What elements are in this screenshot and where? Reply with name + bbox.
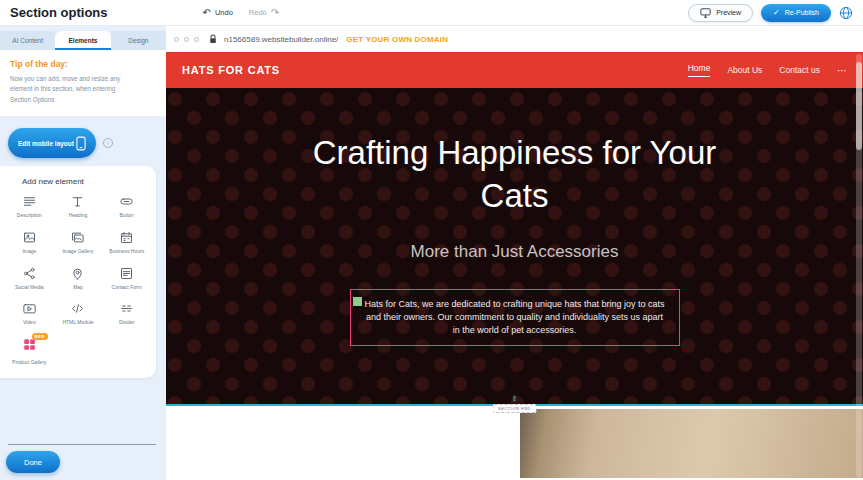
section-resize-handle[interactable]: ↕ SECTION END — [492, 394, 537, 413]
tab-elements[interactable]: Elements — [55, 31, 110, 50]
website-preview: HATS FOR CATS Home About Us Contact us ⋯… — [166, 52, 863, 480]
element-image-gallery[interactable]: Image Gallery — [54, 230, 103, 255]
element-product-gallery[interactable]: NEW Product Gallery — [5, 337, 54, 366]
tab-ai-content[interactable]: AI Content — [0, 31, 55, 50]
image-icon — [22, 230, 37, 245]
toolbar-right: Preview ✓ Re-Publish — [688, 4, 853, 22]
edit-mobile-layout-button[interactable]: Edit mobile layout — [8, 128, 96, 158]
site-logo[interactable]: HATS FOR CATS — [182, 64, 280, 76]
undo-button[interactable]: ↶ Undo — [203, 8, 233, 18]
next-section — [166, 406, 863, 478]
divider-icon — [119, 301, 134, 316]
preview-pane: n1566589.websitebuilder.online/ GET YOUR… — [166, 26, 863, 480]
lock-icon — [209, 34, 217, 44]
nav-about-us[interactable]: About Us — [727, 65, 762, 75]
element-map[interactable]: Map — [54, 266, 103, 291]
element-grid: Description Heading Button Image Image G… — [0, 194, 156, 366]
sidebar-tabs: AI Content Elements Design — [0, 31, 166, 50]
element-divider[interactable]: Divider — [102, 301, 151, 326]
redo-icon: ↷ — [271, 8, 279, 18]
image-gallery-icon — [70, 230, 85, 245]
nav-more-icon[interactable]: ⋯ — [837, 65, 847, 76]
share-nodes-icon — [22, 266, 37, 281]
element-social-media[interactable]: Social Media — [5, 266, 54, 291]
nav-contact-us[interactable]: Contact us — [779, 65, 820, 75]
info-icon[interactable]: i — [103, 138, 113, 148]
phone-icon — [76, 136, 86, 151]
element-drag-handle[interactable] — [353, 297, 362, 306]
code-icon — [70, 301, 85, 316]
redo-button[interactable]: Redo ↷ — [249, 8, 279, 18]
window-dot-icon — [194, 37, 199, 42]
text-lines-icon — [22, 194, 37, 209]
nav-home[interactable]: Home — [688, 63, 711, 77]
preview-button[interactable]: Preview — [688, 4, 753, 22]
hero-section: Crafting Happiness for Your Cats More th… — [166, 88, 863, 404]
globe-icon[interactable] — [839, 6, 853, 20]
contact-form-icon — [119, 266, 134, 281]
window-dot-icon — [174, 37, 179, 42]
done-button[interactable]: Done — [6, 451, 60, 473]
page-title: Section options — [10, 5, 108, 20]
element-heading[interactable]: Heading — [54, 194, 103, 219]
undo-icon: ↶ — [203, 8, 211, 18]
scrollbar-thumb[interactable] — [856, 62, 862, 150]
new-badge: NEW — [32, 333, 48, 340]
element-html-module[interactable]: HTML Module — [54, 301, 103, 326]
hero-paragraph[interactable]: Hats for Cats, we are dedicated to craft… — [350, 289, 680, 346]
business-hours-icon — [119, 230, 134, 245]
get-domain-link[interactable]: GET YOUR OWN DOMAIN — [346, 35, 448, 44]
element-video[interactable]: Video — [5, 301, 54, 326]
element-description[interactable]: Description — [5, 194, 54, 219]
tip-body: Now you can add, move and resize any ele… — [10, 74, 130, 105]
add-element-title: Add new element — [0, 174, 156, 194]
element-image[interactable]: Image — [5, 230, 54, 255]
button-icon — [119, 194, 134, 209]
section-end-label: SECTION END — [492, 404, 537, 413]
tip-of-the-day-card: Tip of the day: Now you can add, move an… — [0, 50, 166, 116]
sidebar-divider — [8, 444, 156, 445]
site-header: HATS FOR CATS Home About Us Contact us ⋯ — [166, 52, 863, 88]
resize-arrows-icon: ↕ — [512, 394, 517, 403]
browser-bar: n1566589.websitebuilder.online/ GET YOUR… — [166, 26, 863, 52]
window-dot-icon — [184, 37, 189, 42]
map-pin-icon — [70, 266, 85, 281]
tip-title: Tip of the day: — [10, 59, 156, 69]
element-contact-form[interactable]: Contact Form — [102, 266, 151, 291]
element-button[interactable]: Button — [102, 194, 151, 219]
element-business-hours[interactable]: Business Hours — [102, 230, 151, 255]
video-icon — [22, 301, 37, 316]
section-end-line: ↕ SECTION END — [166, 404, 863, 406]
site-nav: Home About Us Contact us ⋯ — [688, 63, 847, 77]
mobile-layout-row: Edit mobile layout i — [8, 128, 158, 158]
undo-redo-group: ↶ Undo Redo ↷ — [203, 8, 280, 18]
heading-icon — [70, 194, 85, 209]
hero-title[interactable]: Crafting Happiness for Your Cats — [295, 132, 735, 218]
add-element-panel: Add new element Description Heading Butt… — [0, 166, 156, 378]
top-toolbar: Section options ↶ Undo Redo ↷ Preview ✓ … — [0, 0, 863, 26]
hero-subtitle[interactable]: More than Just Accessories — [411, 242, 619, 262]
section-options-sidebar: AI Content Elements Design Tip of the da… — [0, 26, 166, 480]
tab-design[interactable]: Design — [111, 31, 166, 50]
monitor-icon — [700, 8, 711, 18]
next-section-image — [520, 409, 863, 478]
check-icon: ✓ — [773, 8, 780, 17]
republish-button[interactable]: ✓ Re-Publish — [761, 4, 831, 22]
site-url[interactable]: n1566589.websitebuilder.online/ — [224, 35, 338, 44]
app-window: Section options ↶ Undo Redo ↷ Preview ✓ … — [0, 0, 863, 480]
